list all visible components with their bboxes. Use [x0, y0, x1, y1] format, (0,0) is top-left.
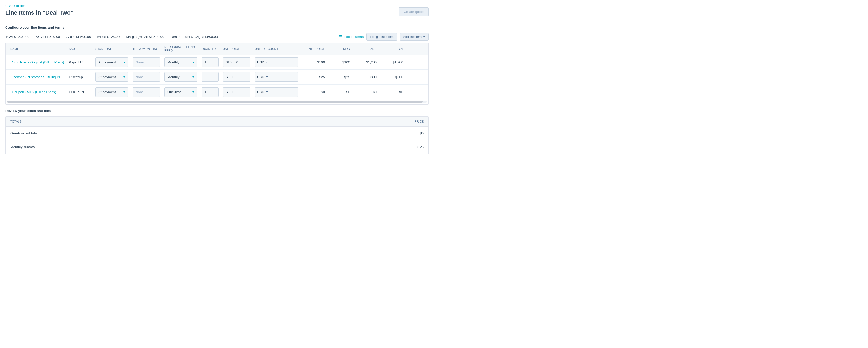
unit-discount-group: USD	[255, 57, 298, 67]
unit-price-input[interactable]: $5.00	[223, 72, 250, 82]
start-date-select[interactable]: At payment	[95, 57, 128, 67]
caret-down-icon	[192, 91, 194, 93]
tcv-value: $300	[379, 73, 405, 81]
caret-down-icon	[266, 62, 268, 63]
totals-col-label: TOTALS	[10, 120, 22, 123]
metric-deal-amount: Deal amount (ACV): $1,500.00	[170, 35, 218, 39]
quantity-input[interactable]: 1	[202, 87, 219, 97]
caret-down-icon	[123, 62, 125, 63]
discount-value-input[interactable]	[270, 87, 298, 97]
quantity-input[interactable]: 5	[202, 72, 219, 82]
sku-text: C:seed-p…	[69, 75, 86, 79]
arr-value: $0	[352, 88, 379, 96]
metric-acv: ACV: $1,500.00	[36, 35, 60, 39]
col-sku: SKU	[67, 44, 93, 53]
table-header-row: NAME SKU START DATE TERM (MONTHS) RECURR…	[6, 43, 428, 55]
arr-value: $1,200	[352, 58, 379, 66]
discount-currency-select[interactable]: USD	[255, 57, 270, 67]
table-icon	[339, 35, 342, 38]
start-date-select[interactable]: At payment	[95, 72, 128, 82]
col-recurring: RECURRING BILLING FREQ	[162, 43, 199, 55]
col-net-price: NET PRICE	[301, 44, 327, 53]
table-row: ⋮⋮ Gold Plan - Original (Billing Plans) …	[6, 55, 428, 70]
sku-text: COUPON…	[69, 90, 87, 94]
metrics-bar: TCV: $1,500.00 ACV: $1,500.00 ARR: $1,50…	[5, 35, 218, 39]
discount-currency-select[interactable]: USD	[255, 87, 270, 97]
horizontal-scrollbar[interactable]	[7, 101, 427, 103]
discount-value-input[interactable]	[270, 72, 298, 82]
recurring-select[interactable]: One-time	[164, 87, 197, 97]
mrr-value: $100	[327, 58, 352, 66]
col-unit-price: UNIT PRICE	[221, 44, 253, 53]
term-input[interactable]: None	[132, 57, 160, 67]
mrr-value: $0	[327, 88, 352, 96]
metric-margin: Margin (ACV): $1,500.00	[126, 35, 164, 39]
col-tcv: TCV	[379, 44, 405, 53]
col-quantity: QUANTITY	[199, 44, 221, 53]
item-name-link[interactable]: Gold Plan - Original (Billing Plans)	[12, 60, 64, 64]
caret-down-icon	[192, 76, 194, 78]
term-input[interactable]: None	[132, 72, 160, 82]
back-to-deal-link[interactable]: ‹ Back to deal	[5, 4, 27, 8]
net-price-value: $100	[301, 58, 327, 66]
col-start-date: START DATE	[93, 44, 130, 53]
discount-currency-select[interactable]: USD	[255, 72, 270, 82]
totals-row: Monthly subtotal $125	[6, 140, 428, 154]
col-arr: ARR	[352, 44, 379, 53]
page-title: Line Items in "Deal Two"	[5, 9, 73, 16]
mrr-value: $25	[327, 73, 352, 81]
recurring-select[interactable]: Monthly	[164, 72, 197, 82]
col-unit-discount: UNIT DISCOUNT	[253, 44, 301, 53]
chevron-left-icon: ‹	[5, 4, 6, 7]
unit-price-input[interactable]: $100.00	[223, 57, 250, 67]
item-name-link[interactable]: licenses - customer a (Billing Pla…	[12, 75, 65, 79]
create-quote-button[interactable]: Create quote	[399, 7, 429, 16]
add-line-item-button[interactable]: Add line item	[400, 33, 429, 41]
caret-down-icon	[266, 76, 268, 78]
tcv-value: $1,200	[379, 58, 405, 66]
start-date-select[interactable]: At payment	[95, 87, 128, 97]
configure-section: Configure your line items and terms TCV:…	[0, 21, 434, 105]
drag-handle-icon[interactable]: ⋮⋮	[8, 76, 10, 77]
col-term: TERM (MONTHS)	[130, 44, 162, 53]
caret-down-icon	[266, 91, 268, 93]
discount-value-input[interactable]	[270, 57, 298, 67]
totals-row-value: $0	[420, 131, 424, 135]
edit-global-terms-button[interactable]: Edit global terms	[366, 33, 397, 41]
totals-row-label: Monthly subtotal	[10, 145, 36, 149]
caret-down-icon	[123, 91, 125, 93]
tcv-value: $0	[379, 88, 405, 96]
metric-mrr: MRR: $125.00	[97, 35, 120, 39]
back-link-label: Back to deal	[7, 4, 27, 8]
caret-down-icon	[192, 62, 194, 63]
drag-handle-icon[interactable]: ⋮⋮	[8, 62, 10, 63]
totals-row-value: $125	[416, 145, 424, 149]
totals-row-label: One-time subtotal	[10, 131, 38, 135]
net-price-value: $0	[301, 88, 327, 96]
col-name: NAME	[6, 44, 67, 53]
svg-rect-0	[339, 35, 342, 38]
table-row: ⋮⋮ licenses - customer a (Billing Pla… C…	[6, 70, 428, 84]
caret-down-icon	[123, 76, 125, 78]
edit-columns-link[interactable]: Edit columns	[339, 35, 364, 39]
scrollbar-thumb[interactable]	[7, 101, 423, 103]
totals-table: TOTALS PRICE One-time subtotal $0 Monthl…	[5, 116, 429, 154]
caret-down-icon	[423, 36, 425, 37]
metric-arr: ARR: $1,500.00	[66, 35, 91, 39]
quantity-input[interactable]: 1	[202, 57, 219, 67]
col-mrr: MRR	[327, 44, 352, 53]
drag-handle-icon[interactable]: ⋮⋮	[8, 92, 10, 93]
page-header: ‹ Back to deal Line Items in "Deal Two" …	[0, 0, 434, 21]
totals-section: Review your totals and fees TOTALS PRICE…	[0, 105, 434, 154]
recurring-select[interactable]: Monthly	[164, 57, 197, 67]
unit-discount-group: USD	[255, 72, 298, 82]
term-input[interactable]: None	[132, 87, 160, 97]
totals-col-price: PRICE	[414, 120, 424, 123]
line-items-table: NAME SKU START DATE TERM (MONTHS) RECURR…	[5, 43, 429, 105]
unit-price-input[interactable]: $0.00	[223, 87, 250, 97]
totals-row: One-time subtotal $0	[6, 127, 428, 140]
configure-heading: Configure your line items and terms	[5, 26, 429, 29]
totals-heading: Review your totals and fees	[5, 109, 429, 113]
item-name-link[interactable]: Coupon - 50% (Billing Plans)	[12, 90, 56, 94]
net-price-value: $25	[301, 73, 327, 81]
